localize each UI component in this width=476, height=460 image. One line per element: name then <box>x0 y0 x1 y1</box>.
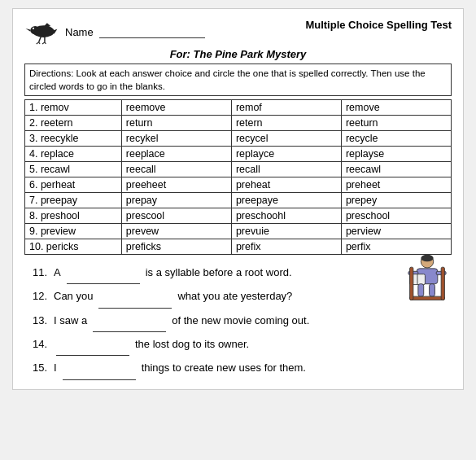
svg-point-1 <box>30 26 40 34</box>
fill-blank <box>98 285 172 308</box>
fill-after: the lost dog to its owner. <box>135 333 249 355</box>
table-cell-3-0: 4. replace <box>25 147 122 162</box>
spelling-table: 1. removreemoveremofremove2. reeternretu… <box>24 99 452 255</box>
table-cell-0-2: remof <box>231 100 341 116</box>
table-cell-7-1: prescool <box>121 208 231 224</box>
table-row: 1. removreemoveremofremove <box>25 100 452 116</box>
table-cell-1-3: reeturn <box>341 116 451 131</box>
svg-point-23 <box>421 255 433 262</box>
fill-after: is a syllable before a root word. <box>146 261 292 283</box>
for-title: For: The Pine Park Mystery <box>24 48 452 60</box>
table-cell-2-0: 3. reecykle <box>25 131 122 147</box>
fill-before: I saw a <box>54 309 87 331</box>
fill-row-4: 15.I things to create new uses for them. <box>33 357 398 379</box>
fill-num: 11. <box>33 261 50 283</box>
table-cell-9-0: 10. pericks <box>25 239 122 255</box>
svg-rect-22 <box>441 267 444 300</box>
table-cell-7-2: preschoohl <box>231 208 341 224</box>
fill-blank <box>93 309 166 332</box>
fill-num: 14. <box>33 333 50 355</box>
header-left: Name <box>24 17 208 46</box>
table-row: 7. preepayprepaypreepayeprepey <box>25 193 452 208</box>
table-cell-5-3: preheet <box>341 177 451 193</box>
name-label: Name <box>65 26 208 38</box>
svg-line-9 <box>39 42 40 44</box>
table-row: 2. reeternreturnreternreeturn <box>25 116 452 131</box>
table-cell-1-2: retern <box>231 116 341 131</box>
fill-row-1: 12.Can you what you ate yesterday? <box>33 285 398 308</box>
table-row: 6. perheatpreeheetpreheatpreheet <box>25 177 452 193</box>
table-cell-0-0: 1. remov <box>25 100 122 116</box>
fill-blank <box>56 333 129 356</box>
table-cell-7-0: 8. preshool <box>25 208 122 224</box>
fill-after: what you ate yesterday? <box>177 285 292 307</box>
table-cell-4-1: reecall <box>121 162 231 177</box>
svg-rect-19 <box>430 284 435 296</box>
table-cell-8-1: prevew <box>121 224 231 239</box>
table-cell-9-2: prefix <box>231 239 341 255</box>
table-cell-3-3: replayse <box>341 147 451 162</box>
fill-num: 13. <box>33 309 50 331</box>
header-row: Name Multiple Choice Spelling Test <box>24 17 452 46</box>
table-cell-2-1: recykel <box>121 131 231 147</box>
table-cell-4-2: recall <box>231 162 341 177</box>
table-cell-0-3: remove <box>341 100 451 116</box>
table-cell-4-3: reecawl <box>341 162 451 177</box>
reader-icon <box>403 253 452 309</box>
svg-line-11 <box>45 42 46 44</box>
table-row: 3. reecyklerecykelrecycelrecycle <box>25 131 452 147</box>
fill-blank <box>63 357 136 379</box>
fill-num: 12. <box>33 285 50 307</box>
table-row: 8. preshoolprescoolpreschoohlpreschool <box>25 208 452 224</box>
fill-lines: 11.A is a syllable before a root word.12… <box>33 261 398 380</box>
svg-point-3 <box>33 28 34 29</box>
table-cell-6-1: prepay <box>121 193 231 208</box>
table-cell-5-0: 6. perheat <box>25 177 122 193</box>
table-cell-9-3: perfix <box>341 239 451 255</box>
fill-num: 15. <box>33 357 50 379</box>
table-cell-3-2: replayce <box>231 147 341 162</box>
fill-blank <box>67 261 140 284</box>
table-cell-6-3: prepey <box>341 193 451 208</box>
fill-row-2: 13.I saw a of the new movie coming out. <box>33 309 398 332</box>
table-cell-8-2: prevuie <box>231 224 341 239</box>
fill-after: of the new movie coming out. <box>172 309 309 331</box>
table-cell-5-2: preheat <box>231 177 341 193</box>
fill-before: Can you <box>54 285 93 307</box>
table-cell-0-1: reemove <box>121 100 231 116</box>
svg-marker-2 <box>25 28 30 32</box>
fill-section: 11.A is a syllable before a root word.12… <box>24 261 452 380</box>
fill-row-0: 11.A is a syllable before a root word. <box>33 261 398 284</box>
table-cell-8-0: 9. preview <box>25 224 122 239</box>
svg-rect-18 <box>418 284 424 296</box>
fill-before: A <box>54 261 61 283</box>
svg-rect-21 <box>410 267 413 300</box>
table-cell-7-3: preschool <box>341 208 451 224</box>
table-cell-1-1: return <box>121 116 231 131</box>
table-cell-2-2: recycel <box>231 131 341 147</box>
fill-after: things to create new uses for them. <box>142 357 306 379</box>
directions-text: Directions: Look at each answer choice a… <box>29 68 426 91</box>
table-cell-6-2: preepaye <box>231 193 341 208</box>
fill-row-3: 14. the lost dog to its owner. <box>33 333 398 356</box>
directions-box: Directions: Look at each answer choice a… <box>24 64 452 96</box>
page: Name Multiple Choice Spelling Test For: … <box>12 8 464 390</box>
fill-bottom: 11.A is a syllable before a root word.12… <box>33 261 452 380</box>
crow-icon <box>24 17 60 46</box>
name-field <box>99 37 205 38</box>
table-row: 9. previewprevewprevuieperview <box>25 224 452 239</box>
table-cell-3-1: reeplace <box>121 147 231 162</box>
fill-before: I <box>54 357 57 379</box>
table-cell-9-1: preficks <box>121 239 231 255</box>
table-cell-5-1: preeheet <box>121 177 231 193</box>
table-cell-2-3: recycle <box>341 131 451 147</box>
table-row: 5. recawlreecallrecallreecawl <box>25 162 452 177</box>
table-row: 4. replacereeplacereplaycereplayse <box>25 147 452 162</box>
table-row: 10. perickspreficksprefixperfix <box>25 239 452 255</box>
svg-line-6 <box>39 37 41 42</box>
table-cell-8-3: perview <box>341 224 451 239</box>
svg-rect-20 <box>410 296 445 300</box>
table-cell-1-0: 2. reetern <box>25 116 122 131</box>
page-title: Multiple Choice Spelling Test <box>305 17 452 31</box>
table-cell-6-0: 7. preepay <box>25 193 122 208</box>
